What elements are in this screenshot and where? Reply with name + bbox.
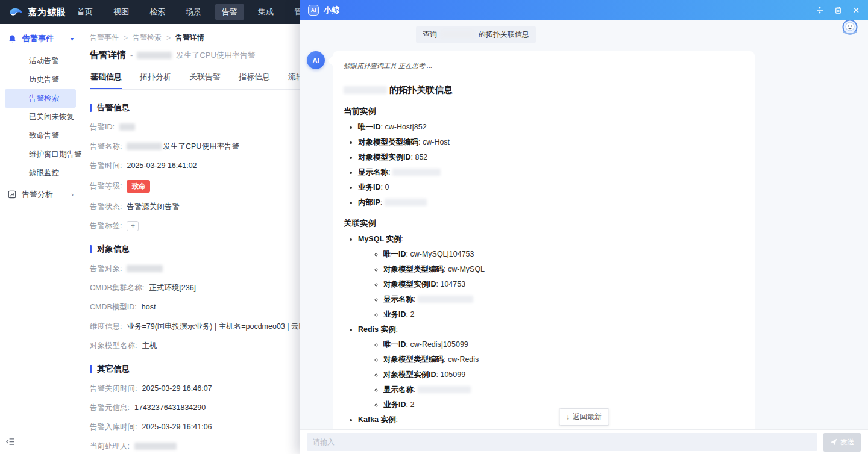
drawer-header: AI 小鲸 ✕ bbox=[300, 0, 868, 20]
nav-item-integrations[interactable]: 集成 bbox=[251, 4, 280, 20]
chat-input[interactable] bbox=[307, 433, 817, 451]
sidebar-item-history-alerts[interactable]: 历史告警 bbox=[0, 70, 81, 89]
breadcrumb-separator: > bbox=[166, 34, 171, 42]
collapse-menu-icon bbox=[6, 438, 15, 446]
tab-topology-analysis[interactable]: 拓扑分析 bbox=[139, 70, 172, 89]
sidebar-collapse-button[interactable] bbox=[6, 437, 15, 448]
ai-badge-icon: AI bbox=[308, 5, 319, 16]
list-item: 对象模型类型编码: cw-Host bbox=[358, 137, 740, 148]
redacted-heading-target bbox=[344, 86, 387, 94]
list-item: 显示名称: bbox=[383, 385, 740, 395]
main-nav: 首页 视图 检索 场景 告警 集成 管理 bbox=[71, 4, 316, 20]
nav-item-search[interactable]: 检索 bbox=[143, 4, 172, 20]
whale-logo-icon bbox=[8, 7, 23, 17]
analysis-icon bbox=[8, 190, 16, 199]
sidebar-item-fatal-alerts[interactable]: 致命告警 bbox=[0, 126, 81, 145]
clear-chat-trash-icon[interactable] bbox=[834, 6, 842, 14]
pin-icon[interactable] bbox=[816, 6, 824, 14]
sidebar-item-closed-unrecovered[interactable]: 已关闭未恢复 bbox=[0, 108, 81, 126]
mascot-avatar[interactable] bbox=[840, 20, 860, 39]
robot-mascot-icon bbox=[840, 20, 860, 37]
ai-assistant-drawer: AI 小鲸 ✕ 查询 的拓扑关联信息 bbox=[300, 0, 868, 454]
tab-metric-info[interactable]: 指标信息 bbox=[238, 70, 271, 89]
sidebar-group-label: 告警分析 bbox=[22, 189, 66, 200]
nav-item-alerts[interactable]: 告警 bbox=[215, 4, 244, 20]
related-instances-list: MySQL 实例: 唯一ID: cw-MySQL|104753 对象模型类型编码… bbox=[344, 234, 740, 429]
chevron-down-icon: ▾ bbox=[71, 36, 74, 42]
send-button[interactable]: 发送 bbox=[823, 433, 861, 452]
list-item: 对象模型类型编码: cw-MySQL bbox=[383, 264, 740, 275]
ai-message-card: 鲸眼拓扑查询工具 正在思考 ... 的拓扑关联信息 当前实例 唯一ID: cw-… bbox=[333, 51, 755, 429]
add-tag-button[interactable]: + bbox=[127, 221, 139, 231]
page-title: 告警详情 bbox=[90, 49, 126, 61]
list-item: 对象模型实例ID: 852 bbox=[358, 152, 740, 163]
redacted-handler bbox=[134, 443, 177, 450]
sidebar-group-label: 告警事件 bbox=[22, 33, 65, 44]
nav-item-views[interactable]: 视图 bbox=[107, 4, 136, 20]
breadcrumb-current: 告警详情 bbox=[175, 33, 204, 43]
list-item: 唯一ID: cw-Redis|105099 bbox=[383, 340, 740, 350]
list-item: 对象模型实例ID: 105099 bbox=[383, 370, 740, 380]
list-item: Kafka 实例: 唯一ID: cw-Kafka|105486 对象模型类型编码… bbox=[358, 415, 740, 429]
redacted-host-name bbox=[137, 52, 172, 59]
list-item: MySQL 实例: 唯一ID: cw-MySQL|104753 对象模型类型编码… bbox=[358, 234, 740, 320]
ai-avatar-icon: AI bbox=[307, 51, 325, 69]
redacted-host-name bbox=[127, 143, 162, 150]
sidebar: 告警事件 ▾ 活动告警 历史告警 告警检索 已关闭未恢复 致命告警 维护窗口期告… bbox=[0, 24, 81, 454]
current-instance-list: 唯一ID: cw-Host|852 对象模型类型编码: cw-Host 对象模型… bbox=[344, 122, 740, 208]
redacted-display-name bbox=[392, 169, 441, 176]
mysql-instance-list: 唯一ID: cw-MySQL|104753 对象模型类型编码: cw-MySQL… bbox=[358, 249, 740, 320]
list-item: 对象模型类型编码: cw-Redis bbox=[383, 355, 740, 365]
chat-scroll-area[interactable]: 查询 的拓扑关联信息 AI 鲸眼拓扑查询工具 正在思考 ... bbox=[300, 20, 868, 429]
nav-item-scenes[interactable]: 场景 bbox=[179, 4, 208, 20]
redis-instance-list: 唯一ID: cw-Redis|105099 对象模型类型编码: cw-Redis… bbox=[358, 340, 740, 410]
sidebar-item-whaleeye-monitor[interactable]: 鲸眼监控 bbox=[0, 164, 81, 182]
redacted-internal-ip bbox=[385, 199, 427, 206]
drawer-header-actions: ✕ bbox=[816, 6, 860, 14]
alarm-bell-icon bbox=[8, 34, 17, 43]
list-item: 显示名称: bbox=[383, 294, 740, 305]
sidebar-group-alert-events[interactable]: 告警事件 ▾ bbox=[0, 24, 81, 52]
sidebar-item-maintenance-window[interactable]: 维护窗口期告警 bbox=[0, 145, 81, 164]
list-item: 业务ID: 2 bbox=[383, 309, 740, 320]
list-item: 唯一ID: cw-MySQL|104753 bbox=[383, 249, 740, 260]
current-instance-heading: 当前实例 bbox=[344, 106, 740, 117]
paper-plane-icon bbox=[830, 438, 837, 446]
back-to-latest-button[interactable]: ↓ 返回最新 bbox=[559, 408, 609, 426]
user-message-bubble: 查询 的拓扑关联信息 bbox=[416, 26, 536, 43]
brand-logo[interactable]: 嘉为鲸眼 bbox=[0, 7, 81, 18]
ai-message-row: AI 鲸眼拓扑查询工具 正在思考 ... 的拓扑关联信息 当前实例 唯一ID: … bbox=[307, 51, 861, 429]
close-icon[interactable]: ✕ bbox=[852, 6, 860, 14]
title-dash: - bbox=[130, 51, 133, 60]
redacted-target bbox=[127, 265, 163, 272]
arrow-down-icon: ↓ bbox=[566, 413, 570, 421]
redacted-display-name bbox=[418, 296, 473, 303]
sidebar-group-alert-analysis[interactable]: 告警分析 › bbox=[0, 182, 81, 206]
list-item: 唯一ID: cw-Host|852 bbox=[358, 122, 740, 132]
breadcrumb-alert-search[interactable]: 告警检索 bbox=[133, 33, 162, 43]
tool-thinking-status: 鲸眼拓扑查询工具 正在思考 ... bbox=[344, 61, 740, 70]
message-heading: 的拓扑关联信息 bbox=[344, 84, 740, 96]
redacted-display-name bbox=[418, 386, 471, 393]
tab-related-alerts[interactable]: 关联告警 bbox=[189, 70, 221, 89]
assistant-title: 小鲸 bbox=[324, 5, 816, 16]
breadcrumb-separator: > bbox=[124, 34, 128, 42]
sidebar-item-active-alerts[interactable]: 活动告警 bbox=[0, 52, 81, 70]
fatal-badge: 致命 bbox=[127, 180, 150, 193]
list-item: 对象模型实例ID: 104753 bbox=[383, 279, 740, 290]
list-item: Redis 实例: 唯一ID: cw-Redis|105099 对象模型类型编码… bbox=[358, 325, 740, 410]
list-item: 内部IP: bbox=[358, 197, 740, 208]
breadcrumb-alert-events[interactable]: 告警事件 bbox=[90, 33, 119, 43]
chevron-right-icon: › bbox=[71, 191, 74, 198]
redacted-query-target bbox=[441, 31, 474, 38]
related-instances-heading: 关联实例 bbox=[344, 218, 740, 229]
chat-input-bar: 发送 bbox=[300, 429, 868, 454]
page-title-suffix: 发生了CPU使用率告警 bbox=[176, 50, 255, 61]
nav-item-home[interactable]: 首页 bbox=[71, 4, 99, 20]
list-item: 显示名称: bbox=[358, 167, 740, 178]
tab-basic-info[interactable]: 基础信息 bbox=[90, 70, 122, 89]
sidebar-item-alert-search[interactable]: 告警检索 bbox=[5, 89, 76, 108]
brand-name: 嘉为鲸眼 bbox=[28, 7, 66, 18]
user-message-row: 查询 的拓扑关联信息 bbox=[307, 26, 861, 43]
redacted-alarm-id bbox=[119, 123, 135, 131]
